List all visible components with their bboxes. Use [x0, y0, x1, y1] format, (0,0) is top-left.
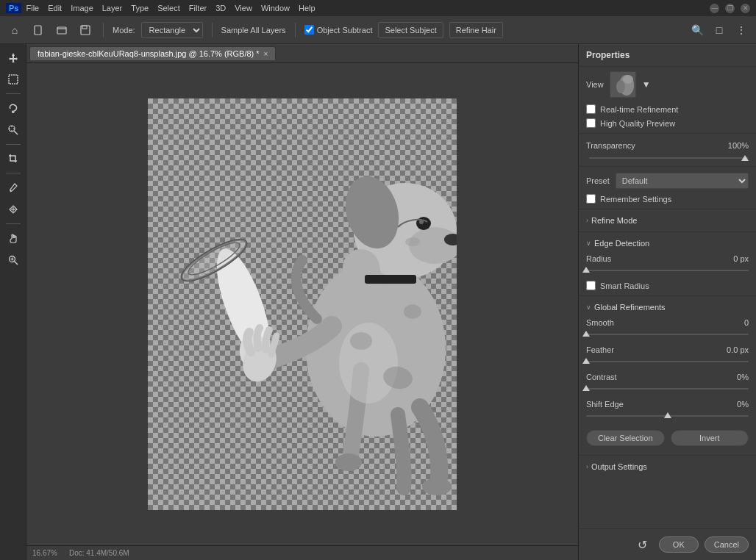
invert-button[interactable]: Invert — [671, 430, 749, 446]
search-icon-btn[interactable]: 🔍 — [688, 21, 706, 39]
tool-marquee[interactable] — [3, 69, 24, 90]
output-settings-section[interactable]: › Output Settings — [579, 459, 756, 475]
smooth-thumb[interactable] — [582, 331, 590, 337]
radius-track — [586, 270, 749, 271]
high-quality-preview-checkbox[interactable] — [586, 118, 596, 128]
radius-label-row: Radius 0 px — [586, 254, 749, 263]
select-subject-button[interactable]: Select Subject — [378, 22, 443, 38]
menu-edit[interactable]: Edit — [48, 4, 62, 12]
tool-magic-wand[interactable] — [3, 120, 24, 140]
feather-slider[interactable] — [586, 356, 749, 367]
shift-edge-thumb[interactable] — [664, 412, 671, 418]
smooth-track — [586, 334, 749, 335]
more-btn[interactable]: ⋮ — [732, 21, 750, 39]
home-icon-btn[interactable]: ⌂ — [6, 21, 24, 39]
mode-select[interactable]: Rectangle Ellipse — [141, 22, 203, 38]
workspace-btn[interactable]: □ — [710, 21, 728, 39]
refine-hair-button[interactable]: Refine Hair — [449, 22, 503, 38]
doc-tab-main[interactable]: fabian-gieske-cblKeuURaq8-unsplash.jpg @… — [29, 46, 276, 60]
transparency-label: Transparency — [586, 141, 716, 150]
refine-mode-section[interactable]: › Refine Mode — [579, 212, 756, 229]
menu-select[interactable]: Select — [157, 4, 180, 12]
svg-rect-0 — [35, 26, 41, 35]
canvas-image — [148, 98, 457, 510]
remember-settings-row[interactable]: Remember Settings — [579, 192, 756, 206]
object-subtract-checkbox[interactable] — [304, 25, 314, 35]
remember-settings-checkbox[interactable] — [586, 194, 596, 204]
menu-3d[interactable]: 3D — [215, 4, 226, 12]
open-btn[interactable] — [53, 21, 71, 39]
doc-size: Doc: 41.4M/50.6M — [69, 549, 129, 557]
tool-hand[interactable] — [3, 228, 24, 248]
contrast-thumb[interactable] — [582, 385, 590, 391]
contrast-slider[interactable] — [586, 384, 749, 394]
radius-thumb[interactable] — [582, 267, 590, 273]
tool-crop[interactable] — [3, 148, 24, 169]
title-bar-left: Ps File Edit Image Layer Type Select Fil… — [6, 3, 315, 13]
save-btn[interactable] — [76, 21, 94, 39]
menu-layer[interactable]: Layer — [102, 4, 123, 12]
shift-edge-slider[interactable] — [586, 411, 749, 421]
main-area: fabian-gieske-cblKeuURaq8-unsplash.jpg @… — [0, 44, 756, 560]
canvas-container[interactable] — [26, 63, 578, 545]
undo-button[interactable]: ↺ — [632, 536, 653, 553]
cancel-button[interactable]: Cancel — [705, 536, 749, 553]
selection-buttons: Clear Selection Invert — [579, 424, 756, 452]
realtime-refinement-row[interactable]: Real-time Refinement — [579, 102, 756, 116]
new-document-btn[interactable] — [29, 21, 47, 39]
contrast-group: Contrast 0% — [579, 370, 756, 397]
tool-sep-2 — [6, 144, 21, 145]
tool-brush[interactable] — [3, 177, 24, 198]
menu-type[interactable]: Type — [131, 4, 149, 12]
doc-area: fabian-gieske-cblKeuURaq8-unsplash.jpg @… — [26, 44, 578, 560]
clear-selection-button[interactable]: Clear Selection — [586, 430, 665, 446]
transparency-track[interactable] — [589, 157, 749, 159]
svg-rect-5 — [9, 75, 18, 84]
svg-point-37 — [404, 304, 421, 319]
tool-healing[interactable] — [3, 199, 24, 220]
sep-2 — [212, 23, 213, 37]
preset-select[interactable]: Default Custom — [616, 173, 749, 189]
ok-button[interactable]: OK — [659, 536, 699, 553]
transparency-thumb[interactable] — [741, 155, 749, 161]
view-preview-thumbnail[interactable] — [610, 71, 636, 98]
close-button[interactable]: ✕ — [741, 4, 750, 13]
menu-window[interactable]: Window — [261, 4, 290, 12]
realtime-refinement-checkbox[interactable] — [586, 104, 596, 114]
global-refinements-section[interactable]: ∨ Global Refinements — [579, 299, 756, 315]
transparency-slider-wrapper[interactable] — [586, 156, 749, 159]
menu-help[interactable]: Help — [299, 4, 315, 12]
shift-edge-group: Shift Edge 0% — [579, 397, 756, 424]
contrast-value: 0% — [719, 373, 749, 381]
title-bar-right: — ❐ ✕ — [710, 4, 750, 13]
tool-zoom[interactable] — [3, 250, 24, 270]
feather-thumb[interactable] — [582, 358, 590, 364]
status-bar: 16.67% Doc: 41.4M/50.6M — [26, 545, 578, 560]
realtime-refinement-label: Real-time Refinement — [600, 105, 678, 114]
sep-1 — [103, 23, 104, 37]
menu-file[interactable]: File — [26, 4, 39, 12]
divider-6 — [579, 455, 756, 456]
tool-move[interactable] — [3, 47, 24, 68]
edge-detection-arrow: ∨ — [586, 240, 591, 247]
object-subtract-wrap[interactable]: Object Subtract — [304, 25, 373, 35]
smooth-slider[interactable] — [586, 329, 749, 340]
tool-sep-4 — [6, 223, 21, 224]
smart-radius-checkbox[interactable] — [586, 281, 596, 290]
smooth-label-row: Smooth 0 — [586, 318, 749, 327]
high-quality-preview-row[interactable]: High Quality Preview — [579, 116, 756, 130]
maximize-button[interactable]: ❐ — [725, 4, 735, 13]
smart-radius-row[interactable]: Smart Radius — [579, 279, 756, 292]
tool-sep-3 — [6, 173, 21, 173]
svg-rect-1 — [57, 27, 66, 34]
tool-lasso[interactable] — [3, 98, 24, 118]
view-dropdown-button[interactable]: ▼ — [642, 79, 651, 90]
minimize-button[interactable]: — — [710, 4, 719, 13]
edge-detection-section[interactable]: ∨ Edge Detection — [579, 235, 756, 251]
menu-view[interactable]: View — [235, 4, 252, 12]
doc-tab-close[interactable]: × — [264, 50, 268, 58]
menu-filter[interactable]: Filter — [189, 4, 207, 12]
output-settings-label: Output Settings — [591, 462, 647, 471]
menu-image[interactable]: Image — [71, 4, 93, 12]
radius-slider[interactable] — [586, 265, 749, 276]
